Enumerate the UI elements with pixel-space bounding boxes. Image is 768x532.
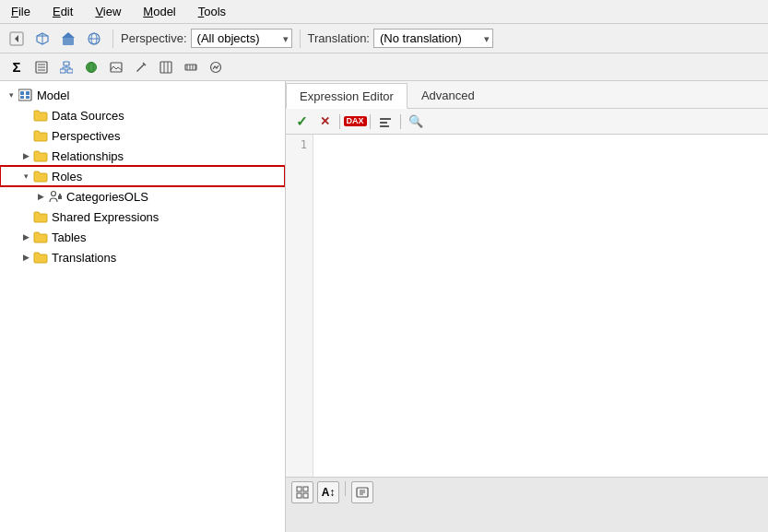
folder-icon-perspectives	[33, 129, 48, 142]
perspectives-label: Perspectives	[52, 129, 120, 143]
svg-rect-15	[67, 69, 73, 73]
format-button[interactable]	[375, 112, 396, 132]
toolbar-globe-button[interactable]	[83, 28, 105, 50]
svg-marker-5	[62, 32, 75, 38]
svg-rect-4	[63, 37, 74, 45]
menu-view[interactable]: View	[91, 3, 124, 20]
expand-icon-model: ▾	[4, 88, 18, 102]
tree-node-categories-ols[interactable]: ▶ CategoriesOLS	[0, 186, 285, 207]
expression-editor-area: 1	[286, 135, 768, 477]
shared-expressions-label: Shared Expressions	[52, 210, 159, 224]
cancel-button[interactable]: ✕	[314, 112, 335, 132]
toolbar-edit-button[interactable]	[130, 56, 152, 78]
svg-rect-41	[380, 118, 391, 120]
right-bottom-toolbar: A↕	[286, 477, 768, 532]
svg-rect-46	[303, 487, 308, 491]
model-icon	[18, 89, 33, 101]
data-sources-label: Data Sources	[52, 109, 124, 123]
toolbar-measure-button[interactable]	[180, 56, 202, 78]
svg-rect-40	[59, 194, 61, 195]
search-button[interactable]: 🔍	[406, 112, 426, 132]
bottom-properties-button[interactable]	[351, 481, 373, 503]
expand-icon-categories-ols: ▶	[33, 189, 48, 204]
line-numbers: 1	[286, 135, 313, 477]
expression-editor-toolbar: ✓ ✕ DAX 🔍	[286, 109, 768, 135]
tree-node-model[interactable]: ▾ Model	[0, 85, 285, 105]
translation-label: Translation:	[308, 31, 370, 45]
toolbar-home-button[interactable]	[57, 28, 79, 50]
tree-node-tables[interactable]: ▶ Tables	[0, 227, 285, 247]
bottom-sort-button[interactable]: A↕	[317, 481, 339, 503]
main-area: ▾ Model ▾ Data Sources	[0, 81, 768, 532]
toolbar-image-button[interactable]	[105, 56, 127, 78]
toolbar-kpi-button[interactable]	[205, 56, 227, 78]
dax-badge: DAX	[344, 116, 367, 126]
toolbar-list-button[interactable]	[30, 56, 53, 78]
tree-node-relationships[interactable]: ▶ Relationships	[0, 146, 285, 166]
toolbar-row2: Σ	[0, 53, 768, 81]
tree-node-data-sources[interactable]: ▾ Data Sources	[0, 105, 285, 125]
svg-rect-45	[297, 493, 301, 498]
svg-rect-44	[297, 487, 301, 491]
tree-node-roles[interactable]: ▾ Roles	[0, 166, 285, 186]
svg-rect-34	[20, 91, 24, 95]
toolbar-columns-button[interactable]	[155, 56, 177, 78]
expr-sep3	[400, 114, 401, 129]
right-tabs: Expression Editor Advanced	[286, 81, 768, 109]
expand-icon-roles: ▾	[18, 169, 33, 183]
svg-rect-24	[160, 62, 171, 73]
tab-advanced[interactable]: Advanced	[408, 82, 489, 108]
toolbar-sigma-button[interactable]: Σ	[6, 56, 28, 78]
menu-tools[interactable]: Tools	[195, 3, 230, 20]
svg-rect-33	[18, 89, 31, 100]
expand-icon-relationships: ▶	[18, 148, 33, 163]
separator2	[300, 30, 301, 48]
toolbar-back-button[interactable]	[6, 28, 28, 50]
svg-rect-14	[60, 69, 65, 73]
tab-advanced-label: Advanced	[421, 89, 475, 102]
svg-rect-36	[20, 96, 24, 99]
check-button[interactable]: ✓	[291, 112, 312, 132]
tab-expression-editor-label: Expression Editor	[300, 89, 394, 103]
expr-sep2	[370, 114, 371, 129]
menu-model[interactable]: Model	[139, 3, 179, 20]
tree-node-shared-expressions[interactable]: ▾ Shared Expressions	[0, 207, 285, 227]
expand-icon-tables: ▶	[18, 230, 33, 244]
svg-rect-37	[26, 96, 30, 99]
folder-icon-relationships	[33, 149, 48, 162]
separator1	[112, 30, 113, 48]
svg-point-38	[52, 192, 56, 196]
toolbar-cube-button[interactable]	[31, 28, 53, 50]
expand-icon-translations: ▶	[18, 250, 33, 265]
svg-rect-13	[64, 62, 69, 65]
folder-icon-data-sources	[33, 109, 48, 122]
menu-file[interactable]: File	[7, 3, 34, 20]
dax-button[interactable]: DAX	[345, 112, 365, 132]
svg-rect-43	[380, 125, 389, 127]
code-area[interactable]	[313, 135, 768, 477]
menu-edit[interactable]: Edit	[49, 3, 77, 20]
bottom-grid-button[interactable]	[291, 481, 313, 503]
perspective-label: Perspective:	[121, 31, 187, 45]
svg-rect-47	[303, 493, 308, 498]
perspective-select-wrapper: (All objects)	[191, 29, 292, 48]
menu-bar: File Edit View Model Tools	[0, 0, 768, 24]
relationships-label: Relationships	[52, 149, 124, 163]
right-panel: Expression Editor Advanced ✓ ✕ DAX	[286, 81, 768, 532]
bottom-sep	[345, 481, 346, 496]
toolbar-row1: Perspective: (All objects) Translation: …	[0, 24, 768, 53]
tables-label: Tables	[52, 231, 87, 244]
toolbar-sphere-button[interactable]	[80, 56, 102, 78]
svg-rect-42	[380, 122, 387, 124]
categories-ols-label: CategoriesOLS	[66, 190, 148, 204]
tree-node-translations[interactable]: ▶ Translations	[0, 247, 285, 267]
folder-icon-roles	[33, 170, 48, 183]
perspective-select[interactable]: (All objects)	[191, 29, 292, 48]
tab-expression-editor[interactable]: Expression Editor	[286, 83, 408, 109]
translation-select-wrapper: (No translation)	[373, 29, 493, 48]
svg-rect-35	[26, 91, 30, 95]
model-label: Model	[37, 89, 69, 102]
translation-select[interactable]: (No translation)	[373, 29, 493, 48]
tree-node-perspectives[interactable]: ▾ Perspectives	[0, 125, 285, 146]
toolbar-hierarchy-button[interactable]	[55, 56, 77, 78]
